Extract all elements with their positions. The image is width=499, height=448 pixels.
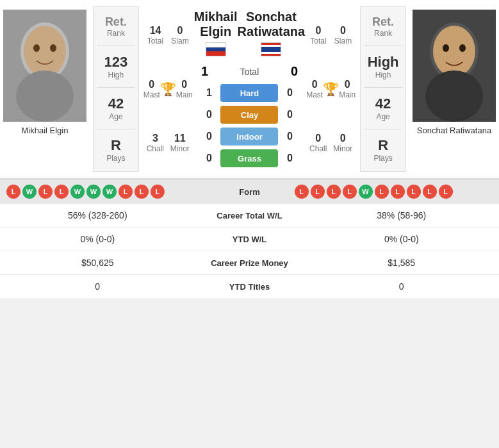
player-left-slam: 0 Slam [171, 25, 188, 46]
player-right-photo [413, 10, 496, 122]
player-left-main-val: 0 [181, 79, 187, 90]
divider1 [97, 46, 135, 46]
player-right-mast: 0 Mast [306, 79, 323, 99]
form-badge-right-l: L [327, 185, 341, 199]
player-left-age-block: 42 Age [108, 95, 124, 121]
clay-score-left: 0 [202, 109, 215, 120]
svg-point-5 [16, 71, 74, 122]
player-left-total-val: 14 [150, 25, 161, 37]
player-left-stats: Ret. Rank 123 High 42 Age R Plays [93, 6, 139, 172]
clay-badge: Clay [220, 106, 278, 124]
form-badge-right-l: L [407, 185, 421, 199]
player-right-main-val: 0 [345, 79, 350, 90]
player-left-minor-val: 11 [174, 133, 186, 144]
player-right-name-top: Sonchat Ratiwatana [238, 10, 306, 62]
player-left-mast-trophy-main: 0 Mast 🏆 0 Main [143, 79, 193, 99]
form-badges-right: LLLLWLLLLL [295, 185, 493, 199]
player-left-slam-val: 0 [177, 25, 183, 37]
form-section: LWLLWWWLLL Form LLLLWLLLLL [0, 179, 499, 204]
stat-right-3: 0 [314, 281, 490, 292]
player-left-rank-value: Ret. [105, 15, 127, 29]
player-right-high-value: High [368, 54, 399, 71]
form-badge-left-l: L [119, 185, 133, 199]
grass-score-left: 0 [202, 153, 215, 164]
hard-score-right: 0 [283, 87, 296, 99]
grass-badge: Grass [220, 149, 278, 167]
player-right-minor: 0 Minor [333, 133, 352, 153]
total-score-left: 1 [195, 64, 214, 79]
player-right-wins: 0 Total 0 Slam 0 Mast 🏆 0 Main [305, 6, 357, 172]
player-right-chall-minor: 0 Chall 0 Minor [306, 133, 356, 153]
player-right-mast-lbl: Mast [306, 90, 323, 99]
player-left-trophy-icon: 🏆 [160, 81, 176, 97]
player-right-section: Sonchat Ratiwatana [409, 6, 499, 172]
app-container: Mikhail Elgin Ret. Rank 123 High 42 Age … [0, 0, 499, 299]
flag-th-icon [261, 42, 281, 56]
stat-right-1: 0% (0-0) [314, 234, 490, 244]
surface-rows: 1 Hard 0 0 Clay 0 0 Indoor 0 0 Grass [202, 84, 296, 167]
stat-left-1: 0% (0-0) [10, 234, 186, 244]
player-right-total-slam: 0 Total 0 Slam [306, 25, 356, 46]
player-left-mast-lbl: Mast [143, 90, 160, 99]
player-left-chall: 3 Chall [147, 133, 164, 153]
player-right-chall: 0 Chall [309, 133, 327, 153]
form-badge-left-w: W [70, 185, 85, 199]
player-left-name-top: Mikhail Elgin [194, 10, 238, 62]
player-right-age-block: 42 Age [375, 95, 391, 121]
player-left-chall-val: 3 [152, 133, 158, 144]
form-badge-left-w: W [22, 185, 37, 199]
form-badge-left-l: L [6, 185, 20, 199]
form-badge-right-l: L [295, 185, 309, 199]
surface-row-grass: 0 Grass 0 [202, 149, 296, 167]
player-left-main-lbl: Main [176, 90, 193, 99]
player-left-plays-block: R Plays [106, 137, 125, 163]
player-left-high-value: 123 [104, 54, 128, 71]
player-left-age-value: 42 [108, 95, 124, 112]
hard-score-left: 1 [202, 87, 215, 99]
player-left-mast: 0 Mast [143, 79, 160, 99]
stat-row-2: $50,625Career Prize Money$1,585 [0, 251, 499, 275]
player-left-minor-lbl: Minor [170, 144, 190, 153]
player-left-chall-lbl: Chall [147, 144, 164, 153]
player-right-total-lbl: Total [310, 37, 326, 46]
player-right-age-value: 42 [375, 95, 391, 112]
player-right-total-val: 0 [315, 25, 321, 37]
player-right-plays-label: Plays [373, 154, 392, 163]
player-right-slam-val: 0 [340, 25, 346, 37]
player-left-age-label: Age [108, 112, 124, 121]
player-left-rank-label: Rank [105, 29, 127, 38]
player-right-age-label: Age [375, 112, 391, 121]
svg-point-8 [433, 26, 475, 77]
form-badge-left-l: L [151, 185, 165, 199]
player-left-main: 0 Main [176, 79, 193, 99]
player-left-total: 14 Total [147, 25, 163, 46]
clay-score-right: 0 [283, 109, 296, 120]
middle-scores: Mikhail Elgin Sonchat Ratiwatana 1 Total… [194, 6, 305, 172]
indoor-score-left: 0 [202, 131, 215, 142]
stat-right-0: 38% (58-96) [314, 210, 490, 220]
player-left-plays-value: R [106, 137, 125, 154]
indoor-score-right: 0 [283, 131, 296, 142]
player-right-chall-lbl: Chall [309, 144, 327, 153]
form-badge-right-l: L [343, 185, 357, 199]
stat-center-2: Career Prize Money [186, 258, 314, 268]
player-right-name-label: Sonchat Ratiwatana [417, 126, 491, 135]
player-left-avatar [3, 10, 86, 122]
divider5 [364, 87, 402, 88]
flag-right-container [238, 42, 306, 56]
stat-left-0: 56% (328-260) [10, 210, 186, 220]
player-left-minor: 11 Minor [170, 133, 190, 153]
surface-row-clay: 0 Clay 0 [202, 106, 296, 124]
player-left-slam-lbl: Slam [171, 37, 188, 46]
player-right-total: 0 Total [310, 25, 326, 46]
divider6 [364, 129, 402, 129]
player-right-high-block: High High [368, 54, 399, 79]
divider2 [97, 87, 135, 88]
form-badge-right-l: L [375, 185, 389, 199]
grass-score-right: 0 [283, 153, 296, 164]
form-badge-right-l: L [391, 185, 405, 199]
svg-point-10 [459, 44, 466, 52]
player-left-chall-minor: 3 Chall 11 Minor [143, 133, 193, 153]
form-badge-left-w: W [86, 185, 101, 199]
trophy-icon-left: 🏆 [160, 81, 176, 97]
